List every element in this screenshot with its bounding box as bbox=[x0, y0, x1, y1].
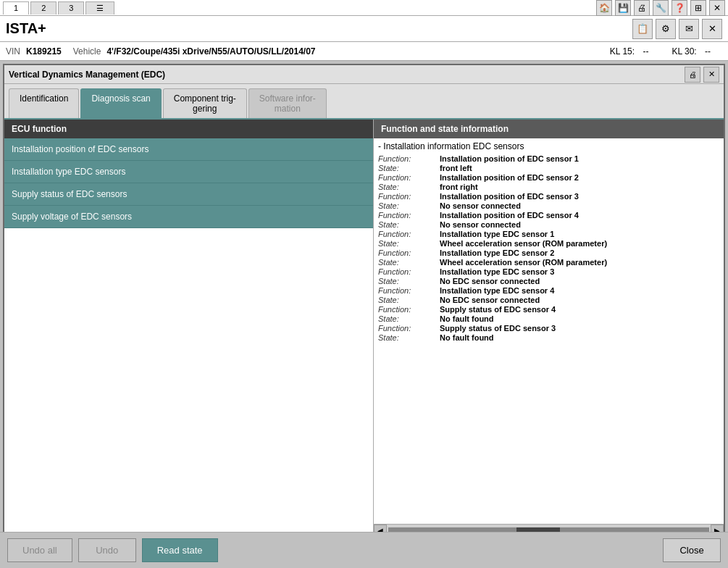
ecu-item-1[interactable]: Installation type EDC sensors bbox=[4, 161, 373, 183]
fs-row-18: State: No fault found bbox=[378, 314, 719, 323]
tab-identification[interactable]: Identification bbox=[9, 88, 79, 118]
fs-row-3: Function: Installation position of EDC s… bbox=[378, 173, 719, 182]
module-close-icon[interactable]: ✕ bbox=[703, 67, 719, 83]
tools-icon[interactable]: 🔧 bbox=[653, 0, 669, 16]
fs-value-17: Supply status of EDC sensor 4 bbox=[440, 305, 556, 314]
fs-label-13: Function: bbox=[378, 267, 440, 276]
ecu-item-0[interactable]: Installation position of EDC sensors bbox=[4, 138, 373, 161]
module-window: Vertical Dynamics Management (EDC) 🖨 ✕ I… bbox=[3, 64, 725, 536]
module-title: Vertical Dynamics Management (EDC) bbox=[9, 70, 165, 80]
fs-row-17: Function: Supply status of EDC sensor 4 bbox=[378, 305, 719, 314]
vin-bar: VIN K189215 Vehicle 4'/F32/Coupe/435i xD… bbox=[0, 42, 728, 61]
title-tab-1[interactable]: 1 bbox=[3, 1, 29, 14]
close-button[interactable]: Close bbox=[663, 538, 721, 562]
settings-icon[interactable]: ⚙ bbox=[656, 19, 676, 39]
fs-value-14: No EDC sensor connected bbox=[440, 277, 540, 285]
module-print-icon[interactable]: 🖨 bbox=[685, 67, 700, 83]
function-state-content[interactable]: - Installation information EDC sensors F… bbox=[374, 138, 724, 524]
fs-value-5: Installation position of EDC sensor 3 bbox=[440, 192, 579, 201]
module-titlebar: Vertical Dynamics Management (EDC) 🖨 ✕ bbox=[4, 65, 724, 84]
app-title: ISTA+ bbox=[6, 20, 46, 37]
title-bar-icons: 🏠 💾 🖨 🔧 ❓ ⊞ ✕ bbox=[596, 0, 725, 16]
fs-value-11: Installation type EDC sensor 2 bbox=[440, 248, 554, 257]
fs-value-13: Installation type EDC sensor 3 bbox=[440, 267, 554, 276]
left-panel: ECU function Installation position of ED… bbox=[4, 120, 374, 537]
fs-row-12: State: Wheel acceleration sensor (ROM pa… bbox=[378, 258, 719, 267]
fs-value-16: No EDC sensor connected bbox=[440, 296, 540, 304]
title-bar-tabs: 1 2 3 ☰ bbox=[3, 1, 116, 14]
fs-label-1: Function: bbox=[378, 154, 440, 163]
fs-label-19: Function: bbox=[378, 324, 440, 333]
undo-all-button[interactable]: Undo all bbox=[7, 538, 72, 562]
fs-label-10: State: bbox=[378, 239, 440, 248]
fs-value-7: Installation position of EDC sensor 4 bbox=[440, 211, 579, 220]
fs-value-1: Installation position of EDC sensor 1 bbox=[440, 154, 579, 163]
right-panel: Function and state information - Install… bbox=[374, 120, 724, 537]
vehicle-label: Vehicle bbox=[73, 46, 101, 57]
fs-row-15: Function: Installation type EDC sensor 4 bbox=[378, 286, 719, 295]
fs-value-2: front left bbox=[440, 164, 472, 172]
fs-row-11: Function: Installation type EDC sensor 2 bbox=[378, 248, 719, 257]
mail-icon[interactable]: ✉ bbox=[679, 19, 699, 39]
bottom-bar: Undo all Undo Read state Close bbox=[0, 532, 728, 568]
fs-label-2: State: bbox=[378, 164, 440, 172]
clipboard-icon[interactable]: 📋 bbox=[632, 19, 653, 39]
fs-value-12: Wheel acceleration sensor (ROM parameter… bbox=[440, 258, 607, 267]
fs-label-9: Function: bbox=[378, 230, 440, 238]
fs-value-15: Installation type EDC sensor 4 bbox=[440, 286, 554, 295]
title-tab-2[interactable]: 2 bbox=[30, 1, 57, 14]
module-titlebar-icons: 🖨 ✕ bbox=[685, 67, 719, 83]
fs-row-14: State: No EDC sensor connected bbox=[378, 277, 719, 285]
kl30-label: KL 30: -- bbox=[671, 46, 716, 57]
fs-row-19: Function: Supply status of EDC sensor 3 bbox=[378, 324, 719, 333]
ecu-function-header: ECU function bbox=[4, 120, 373, 138]
title-tab-menu[interactable]: ☰ bbox=[85, 1, 114, 14]
fs-row-2: State: front left bbox=[378, 164, 719, 172]
fs-value-4: front right bbox=[440, 183, 478, 191]
close-icon[interactable]: ✕ bbox=[702, 19, 722, 39]
fs-row-8: State: No sensor connected bbox=[378, 220, 719, 229]
tab-software-information: Software infor-mation bbox=[248, 88, 327, 118]
ecu-item-2[interactable]: Supply status of EDC sensors bbox=[4, 183, 373, 206]
fs-row-16: State: No EDC sensor connected bbox=[378, 296, 719, 304]
tab-diagnosis-scan[interactable]: Diagnosis scan bbox=[80, 88, 161, 118]
windows-icon[interactable]: ⊞ bbox=[690, 0, 706, 16]
fs-label-7: Function: bbox=[378, 211, 440, 220]
fs-label-20: State: bbox=[378, 333, 440, 342]
fs-row-13: Function: Installation type EDC sensor 3 bbox=[378, 267, 719, 276]
fs-value-8: No sensor connected bbox=[440, 220, 521, 229]
save-icon[interactable]: 💾 bbox=[615, 0, 631, 16]
fs-label-18: State: bbox=[378, 314, 440, 323]
vehicle-value: 4'/F32/Coupe/435i xDrive/N55/AUTO/US/LL/… bbox=[106, 46, 315, 57]
app-header: ISTA+ 📋 ⚙ ✉ ✕ bbox=[0, 16, 728, 42]
home-icon[interactable]: 🏠 bbox=[596, 0, 612, 16]
fs-value-10: Wheel acceleration sensor (ROM parameter… bbox=[440, 239, 607, 248]
help-icon[interactable]: ❓ bbox=[671, 0, 687, 16]
fs-row-5: Function: Installation position of EDC s… bbox=[378, 192, 719, 201]
vin-value: K189215 bbox=[26, 46, 62, 57]
fs-label-14: State: bbox=[378, 277, 440, 285]
fs-row-7: Function: Installation position of EDC s… bbox=[378, 211, 719, 220]
fs-label-8: State: bbox=[378, 220, 440, 229]
kl15-label: KL 15: -- bbox=[610, 46, 655, 57]
fs-row-6: State: No sensor connected bbox=[378, 201, 719, 210]
title-tab-3[interactable]: 3 bbox=[58, 1, 84, 14]
ecu-list: Installation position of EDC sensors Ins… bbox=[4, 138, 373, 537]
fs-value-18: No fault found bbox=[440, 314, 494, 323]
main-content: ECU function Installation position of ED… bbox=[4, 120, 724, 537]
close-app-icon[interactable]: ✕ bbox=[709, 0, 725, 16]
fs-label-5: Function: bbox=[378, 192, 440, 201]
vin-bar-right: KL 15: -- KL 30: -- bbox=[610, 46, 722, 57]
print-icon[interactable]: 🖨 bbox=[634, 0, 650, 16]
ecu-item-3[interactable]: Supply voltage of EDC sensors bbox=[4, 206, 373, 228]
app-header-icons: 📋 ⚙ ✉ ✕ bbox=[632, 19, 722, 39]
fs-label-3: Function: bbox=[378, 173, 440, 182]
tab-component-triggering[interactable]: Component trig-gering bbox=[163, 88, 247, 118]
fs-label-4: State: bbox=[378, 183, 440, 191]
read-state-button[interactable]: Read state bbox=[142, 538, 218, 562]
fs-row-20: State: No fault found bbox=[378, 333, 719, 342]
undo-button[interactable]: Undo bbox=[78, 538, 136, 562]
fs-row-4: State: front right bbox=[378, 183, 719, 191]
fs-section-0: - Installation information EDC sensors bbox=[378, 141, 719, 151]
fs-label-16: State: bbox=[378, 296, 440, 304]
